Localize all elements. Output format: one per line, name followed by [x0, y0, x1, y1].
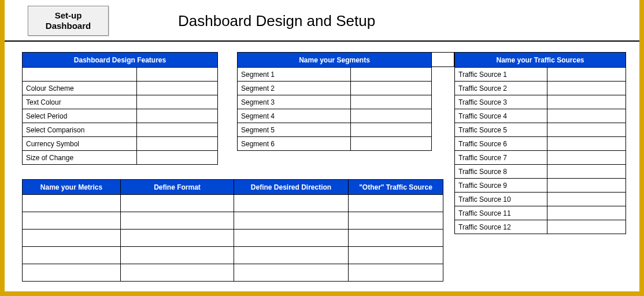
table-row: Traffic Source 6	[455, 137, 626, 151]
traffic-value[interactable]	[547, 220, 626, 234]
spacer-cell	[431, 52, 454, 67]
traffic-label: Traffic Source 12	[455, 220, 547, 234]
traffic-value[interactable]	[547, 68, 626, 82]
segment-label: Segment 4	[238, 109, 351, 123]
feature-label: Select Period	[23, 109, 137, 123]
metrics-header-direction: Define Desired Direction	[234, 180, 349, 195]
segment-label: Segment 2	[238, 82, 351, 95]
feature-label: Text Colour	[23, 95, 137, 109]
segment-value[interactable]	[351, 82, 432, 95]
table-row: Traffic Source 9	[455, 179, 626, 193]
metric-cell[interactable]	[121, 230, 234, 247]
feature-value[interactable]	[137, 68, 218, 82]
page-title: Dashboard Design and Setup	[109, 12, 639, 30]
table-row: Currency Symbol	[23, 137, 218, 151]
traffic-label: Traffic Source 7	[455, 151, 547, 165]
metric-cell[interactable]	[23, 247, 121, 264]
traffic-value[interactable]	[547, 82, 626, 95]
segment-label: Segment 3	[238, 95, 351, 109]
name-your-traffic-sources-table: Name your Traffic Sources Traffic Source…	[454, 52, 626, 234]
table-row: Traffic Source 4	[455, 109, 626, 123]
traffic-header: Name your Traffic Sources	[455, 53, 626, 68]
segment-value[interactable]	[351, 109, 432, 123]
table-row: Segment 6	[238, 137, 432, 151]
traffic-value[interactable]	[547, 95, 626, 109]
segment-value[interactable]	[351, 68, 432, 82]
segment-value[interactable]	[351, 137, 432, 151]
table-row: Colour Scheme	[23, 82, 218, 95]
table-row: Traffic Source 2	[455, 82, 626, 95]
segment-value[interactable]	[351, 123, 432, 137]
metrics-header-name: Name your Metrics	[23, 180, 121, 195]
traffic-label: Traffic Source 1	[455, 68, 547, 82]
table-row	[23, 195, 443, 212]
table-row: Traffic Source 5	[455, 123, 626, 137]
segment-label: Segment 5	[238, 123, 351, 137]
table-row	[23, 68, 218, 82]
feature-label: Currency Symbol	[23, 137, 137, 151]
traffic-value[interactable]	[547, 109, 626, 123]
traffic-value[interactable]	[547, 206, 626, 220]
metric-cell[interactable]	[234, 247, 349, 264]
metric-cell[interactable]	[349, 195, 443, 212]
metrics-header-other: "Other" Traffic Source	[349, 180, 443, 195]
setup-dashboard-button[interactable]: Set-up Dashboard	[28, 6, 109, 36]
traffic-value[interactable]	[547, 165, 626, 179]
table-row: Traffic Source 12	[455, 220, 626, 234]
metrics-header-format: Define Format	[121, 180, 234, 195]
traffic-value[interactable]	[547, 179, 626, 193]
button-line-1: Set-up	[55, 10, 82, 20]
table-row: Traffic Source 10	[455, 193, 626, 206]
feature-value[interactable]	[137, 82, 218, 95]
traffic-value[interactable]	[547, 151, 626, 165]
metric-cell[interactable]	[121, 195, 234, 212]
table-row: Select Period	[23, 109, 218, 123]
metric-cell[interactable]	[121, 212, 234, 230]
feature-value[interactable]	[137, 123, 218, 137]
metric-cell[interactable]	[349, 264, 443, 282]
metric-cell[interactable]	[234, 264, 349, 282]
feature-value[interactable]	[137, 151, 218, 165]
table-row: Segment 4	[238, 109, 432, 123]
metric-cell[interactable]	[234, 195, 349, 212]
table-row: Traffic Source 3	[455, 95, 626, 109]
content-area: Dashboard Design Features Colour Scheme …	[5, 42, 639, 295]
table-row: Traffic Source 7	[455, 151, 626, 165]
table-row: Traffic Source 11	[455, 206, 626, 220]
traffic-value[interactable]	[547, 123, 626, 137]
table-row	[23, 247, 443, 264]
table-row: Size of Change	[23, 151, 218, 165]
table-row: Segment 5	[238, 123, 432, 137]
table-row: Segment 2	[238, 82, 432, 95]
metric-cell[interactable]	[349, 247, 443, 264]
feature-value[interactable]	[137, 137, 218, 151]
feature-label: Select Comparison	[23, 123, 137, 137]
metric-cell[interactable]	[349, 212, 443, 230]
feature-value[interactable]	[137, 109, 218, 123]
table-row: Segment 1	[238, 68, 432, 82]
table-row	[23, 264, 443, 282]
traffic-label: Traffic Source 9	[455, 179, 547, 193]
metric-cell[interactable]	[234, 230, 349, 247]
feature-label	[23, 68, 137, 82]
metric-cell[interactable]	[23, 212, 121, 230]
metric-cell[interactable]	[23, 230, 121, 247]
traffic-value[interactable]	[547, 137, 626, 151]
traffic-label: Traffic Source 8	[455, 165, 547, 179]
features-header: Dashboard Design Features	[23, 53, 218, 68]
metric-cell[interactable]	[349, 230, 443, 247]
metric-cell[interactable]	[23, 264, 121, 282]
dashboard-design-features-table: Dashboard Design Features Colour Scheme …	[22, 52, 218, 165]
traffic-label: Traffic Source 11	[455, 206, 547, 220]
name-your-segments-table: Name your Segments Segment 1 Segment 2 S…	[237, 52, 432, 151]
metric-cell[interactable]	[121, 247, 234, 264]
metric-cell[interactable]	[23, 195, 121, 212]
segment-value[interactable]	[351, 95, 432, 109]
traffic-label: Traffic Source 3	[455, 95, 547, 109]
segment-label: Segment 1	[238, 68, 351, 82]
metric-cell[interactable]	[121, 264, 234, 282]
traffic-value[interactable]	[547, 193, 626, 206]
feature-value[interactable]	[137, 95, 218, 109]
metric-cell[interactable]	[234, 212, 349, 230]
table-row: Select Comparison	[23, 123, 218, 137]
